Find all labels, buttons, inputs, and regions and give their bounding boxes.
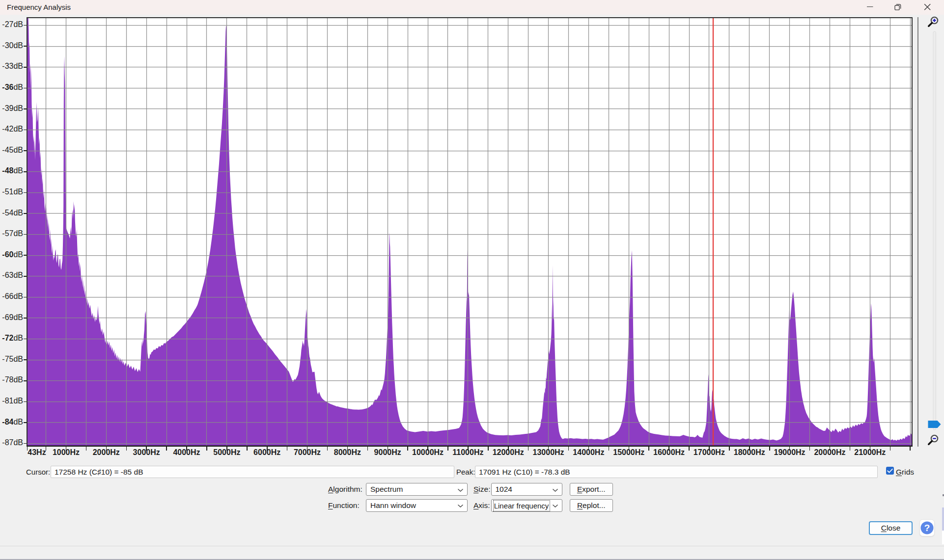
svg-text:?: ? [924, 523, 930, 533]
